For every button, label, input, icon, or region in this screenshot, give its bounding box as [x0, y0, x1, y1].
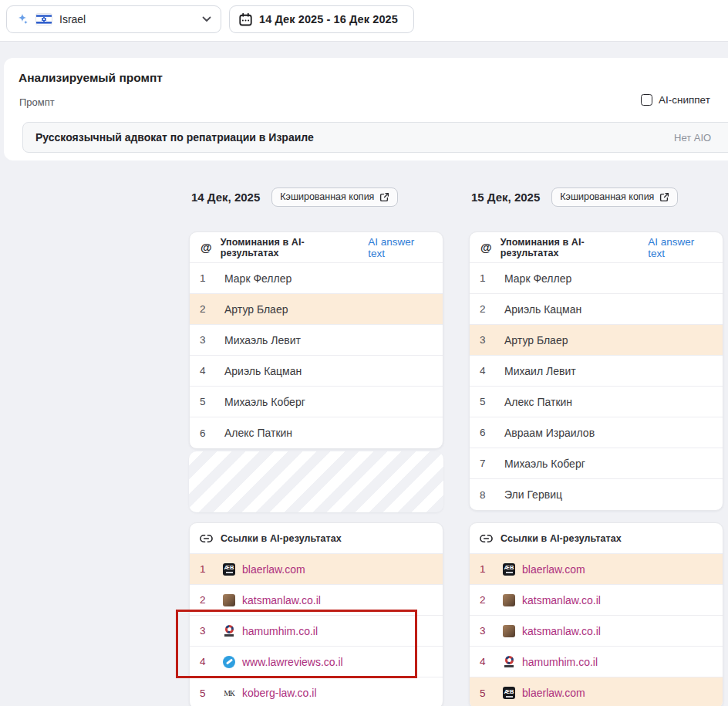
link-domain[interactable]: hamumhim.co.il	[242, 625, 318, 637]
external-link-icon	[379, 192, 389, 202]
israel-flag-icon	[35, 13, 52, 25]
link-domain[interactable]: blaerlaw.com	[522, 687, 585, 699]
mention-row: 2Артур Блаер	[190, 294, 443, 325]
mention-row: 2Ариэль Кацман	[470, 294, 723, 325]
mentions-card-2: @ Упоминания в AI-результатах AI answer …	[469, 231, 723, 511]
section-title: Анализируемый промпт	[19, 71, 163, 85]
link-domain[interactable]: www.lawreviews.co.il	[242, 656, 343, 668]
link-domain[interactable]: hamumhim.co.il	[522, 656, 598, 668]
links-title: Ссылки в AI-результатах	[221, 533, 342, 544]
link-row: 3hamumhim.co.il	[190, 616, 443, 647]
aio-status-badge: Нет AIO	[674, 132, 711, 144]
link-domain[interactable]: katsmanlaw.co.il	[522, 625, 601, 637]
column-2-date: 15 Дек, 2025	[471, 191, 540, 204]
mentions-card-2-header: @ Упоминания в AI-результатах AI answer …	[470, 232, 723, 263]
link-row: 2katsmanlaw.co.il	[190, 585, 443, 616]
favicon-katsmanlaw	[503, 594, 515, 606]
mention-row: 7Михаэль Коберг	[470, 448, 723, 479]
column-day-2: 15 Дек, 2025 Кэшированная копия @ Упомин…	[469, 187, 723, 706]
mentions-title: Упоминания в AI-результатах	[501, 237, 641, 258]
link-domain[interactable]: blaerlaw.com	[242, 563, 305, 576]
link-domain[interactable]: blaerlaw.com	[522, 563, 585, 576]
favicon-katsmanlaw	[223, 594, 235, 606]
links-card-1-header: Ссылки в AI-результатах	[190, 523, 443, 554]
mention-row: 5Михаэль Коберг	[190, 387, 443, 417]
prompt-input[interactable]: Русскоязычный адвокат по репатриации в И…	[22, 122, 728, 153]
mention-row: 8Эли Гервиц	[470, 479, 723, 510]
date-range-picker[interactable]: 14 Дек 2025 - 16 Дек 2025	[229, 5, 414, 33]
mention-row: 3Михаэль Левит	[190, 325, 443, 356]
mention-row: 4Ариэль Кацман	[190, 356, 443, 387]
favicon-katsmanlaw	[503, 625, 515, 637]
cached-copy-button-1[interactable]: Кэшированная копия	[271, 187, 398, 207]
column-day-1: 14 Дек, 2025 Кэшированная копия @ Упомин…	[189, 187, 443, 706]
project-select-value: Israel	[59, 13, 86, 25]
link-row: 1ÆBblaerlaw.com	[470, 554, 723, 585]
prompt-section: Анализируемый промпт Промпт AI-сниппет Р…	[4, 58, 728, 160]
prompt-value: Русскоязычный адвокат по репатриации в И…	[35, 131, 314, 144]
mentions-card-1-header: @ Упоминания в AI-результатах AI answer …	[190, 232, 443, 263]
favicon-blaerlaw: ÆB	[223, 563, 235, 576]
column-2-header: 15 Дек, 2025 Кэшированная копия	[469, 187, 723, 207]
links-card-2-header: Ссылки в AI-результатах	[470, 523, 723, 554]
favicon-hamumhim	[223, 625, 235, 637]
favicon-blaerlaw: ÆB	[503, 687, 515, 699]
favicon-blaerlaw: ÆB	[503, 563, 515, 576]
link-row: 4hamumhim.co.il	[470, 647, 723, 677]
favicon-koberg: МК	[223, 687, 235, 699]
chevron-down-icon	[202, 16, 211, 22]
link-row: 5МКkoberg-law.co.il	[190, 677, 443, 706]
page: Israel 14 Дек 2025 - 16 Дек 2025 Анализи…	[0, 0, 728, 706]
links-card-2: Ссылки в AI-результатах 1ÆBblaerlaw.com …	[469, 522, 723, 706]
mention-row: 6Авраам Израилов	[470, 417, 723, 448]
link-row: 2katsmanlaw.co.il	[470, 585, 723, 616]
links-card-1: Ссылки в AI-результатах 1ÆBblaerlaw.com …	[189, 522, 443, 706]
link-row: 3katsmanlaw.co.il	[470, 616, 723, 647]
mentions-title: Упоминания в AI-результатах	[221, 237, 361, 258]
link-row: 1ÆBblaerlaw.com	[190, 554, 443, 585]
ai-snippet-checkbox[interactable]: AI-сниппет	[641, 94, 710, 106]
links-title: Ссылки в AI-результатах	[501, 533, 622, 544]
empty-placeholder-stripes	[189, 451, 443, 512]
favicon-hamumhim	[503, 656, 515, 668]
mention-row: 1Марк Феллер	[470, 263, 723, 294]
external-link-icon	[659, 192, 669, 202]
mention-row: 4Михаил Левит	[470, 356, 723, 387]
mention-row: 6Алекс Паткин	[190, 417, 443, 448]
mention-row: 3Артур Блаер	[470, 325, 723, 356]
project-select[interactable]: Israel	[6, 5, 221, 33]
mentions-card-1: @ Упоминания в AI-результатах AI answer …	[189, 231, 443, 449]
link-row: 4www.lawreviews.co.il	[190, 647, 443, 677]
at-icon: @	[480, 241, 493, 254]
sparkle-icon	[16, 13, 29, 25]
prompt-field-label: Промпт	[19, 96, 55, 108]
link-domain[interactable]: koberg-law.co.il	[242, 687, 317, 699]
ai-answer-text-link[interactable]: AI answer text	[648, 236, 713, 259]
at-icon: @	[200, 241, 213, 254]
column-1-date: 14 Дек, 2025	[191, 191, 260, 204]
topbar: Israel 14 Дек 2025 - 16 Дек 2025	[0, 0, 728, 42]
link-row: 5ÆBblaerlaw.com	[470, 677, 723, 706]
mention-row: 1Марк Феллер	[190, 263, 443, 294]
link-domain[interactable]: katsmanlaw.co.il	[242, 594, 321, 606]
ai-snippet-label: AI-сниппет	[659, 94, 710, 106]
calendar-icon	[239, 13, 252, 26]
chain-link-icon	[200, 534, 213, 543]
ai-answer-text-link[interactable]: AI answer text	[368, 236, 433, 259]
checkbox-box-icon[interactable]	[641, 94, 652, 106]
link-domain[interactable]: katsmanlaw.co.il	[522, 594, 601, 606]
chain-link-icon	[480, 534, 493, 543]
mention-row: 5Алекс Паткин	[470, 387, 723, 417]
column-1-header: 14 Дек, 2025 Кэшированная копия	[189, 187, 443, 207]
cached-copy-button-2[interactable]: Кэшированная копия	[551, 187, 678, 207]
favicon-lawreviews	[223, 656, 235, 668]
date-range-value: 14 Дек 2025 - 16 Дек 2025	[259, 13, 398, 25]
